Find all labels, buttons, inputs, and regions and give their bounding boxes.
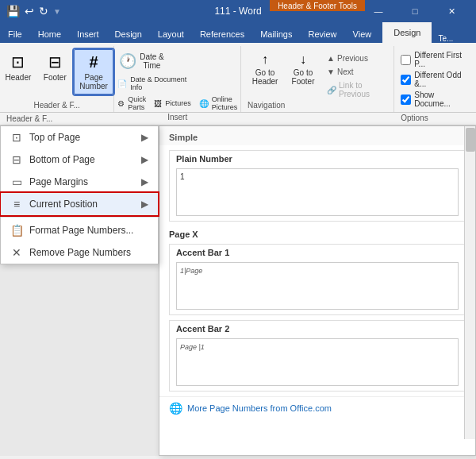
scrollbar-thumb[interactable]	[466, 128, 475, 152]
pictures-icon: 🖼	[154, 99, 162, 108]
online-pictures-button[interactable]: 🌐 OnlinePictures	[196, 94, 241, 113]
tab-file[interactable]: File	[0, 25, 30, 43]
diff-odd-row: Different Odd &...	[401, 71, 470, 88]
group-navigation: ↑ Go toHeader ↓ Go toFooter ▲ Previous ▼…	[241, 46, 394, 112]
plain-number-preview: 1	[176, 168, 459, 216]
next-icon: ▼	[327, 68, 335, 76]
diff-odd-checkbox[interactable]	[401, 75, 411, 85]
nav-top-row: ↑ Go toHeader ↓ Go toFooter ▲ Previous ▼…	[248, 49, 387, 100]
show-doc-label: Show Docume...	[414, 91, 470, 108]
group-header-footer: ⊡ Header ⊟ Footer # PageNumber Header & …	[0, 46, 114, 112]
tab-hf-design[interactable]: Design	[382, 22, 432, 43]
page-number-button[interactable]: # PageNumber	[74, 49, 113, 94]
undo-icon[interactable]: ↩	[25, 5, 34, 17]
diff-first-page-checkbox[interactable]	[401, 55, 411, 65]
nav-side-buttons: ▲ Previous ▼ Next 🔗 Link to Previous	[324, 49, 387, 100]
window-controls: — □ ✕	[360, 0, 470, 22]
header-button[interactable]: ⊡ Header	[0, 49, 36, 85]
current-pos-icon: ≡	[10, 198, 23, 210]
footer-button[interactable]: ⊟ Footer	[37, 49, 72, 85]
hf-tools-label: Header & Footer Tools	[270, 0, 365, 11]
gallery-scrollbar[interactable]	[464, 126, 475, 439]
more-page-numbers-link[interactable]: 🌐 More Page Numbers from Office.com	[159, 396, 475, 419]
menu-top-of-page[interactable]: ⊡ Top of Page ▶	[1, 126, 158, 148]
page-number-icon: #	[90, 53, 98, 71]
quick-parts-button[interactable]: ⚙ QuickParts	[114, 94, 149, 113]
title-bar-left: 💾 ↩ ↻ ▼	[6, 5, 61, 17]
plain-number-title: Plain Number	[170, 151, 465, 167]
link-to-previous-button[interactable]: 🔗 Link to Previous	[324, 79, 387, 100]
online-pictures-icon: 🌐	[199, 99, 209, 108]
goto-header-icon: ↑	[262, 52, 268, 67]
gallery-item-accent-bar-1[interactable]: Accent Bar 1 1|Page	[169, 244, 466, 315]
group-options: Different First P... Different Odd &... …	[394, 46, 476, 112]
tab-home[interactable]: Home	[30, 25, 69, 43]
maximize-button[interactable]: □	[397, 0, 433, 22]
close-button[interactable]: ✕	[433, 0, 470, 22]
gallery-panel: Simple Plain Number 1 Page X Accent Bar …	[159, 125, 476, 456]
accent-bar-2-preview: Page |1	[176, 338, 459, 386]
accent-bar-2-title: Accent Bar 2	[170, 321, 465, 337]
minimize-button[interactable]: —	[360, 0, 397, 22]
show-doc-checkbox[interactable]	[401, 94, 411, 105]
quick-parts-icon: ⚙	[117, 99, 125, 108]
quick-access-separator: ▼	[53, 7, 61, 16]
page-x-label: Page X	[159, 226, 475, 239]
tab-view[interactable]: View	[345, 25, 380, 43]
redo-icon[interactable]: ↻	[39, 5, 48, 17]
footer-icon: ⊟	[48, 52, 62, 71]
diff-odd-label: Different Odd &...	[414, 71, 470, 88]
insert-row2: 📄 Date & DocumentInfo	[114, 74, 190, 93]
doc-info-icon: 📄	[117, 79, 127, 88]
hf-label-text: Header & F...	[6, 114, 52, 123]
tab-references[interactable]: References	[192, 25, 252, 43]
gallery-item-accent-bar-2[interactable]: Accent Bar 2 Page |1	[169, 320, 466, 392]
gallery-section-title: Simple	[159, 126, 475, 145]
previous-button[interactable]: ▲ Previous	[324, 52, 387, 64]
diff-first-page-label: Different First P...	[414, 51, 470, 68]
format-icon: 📋	[10, 224, 23, 237]
pictures-button[interactable]: 🖼 Pictures	[151, 94, 194, 113]
tab-tell-me[interactable]: Te...	[432, 34, 459, 43]
doc-info-button[interactable]: 📄 Date & DocumentInfo	[114, 74, 190, 93]
previous-icon: ▲	[327, 54, 335, 63]
tab-review[interactable]: Review	[301, 25, 345, 43]
accent-bar-1-title: Accent Bar 1	[170, 245, 465, 260]
bottom-page-icon: ⊟	[10, 153, 23, 166]
menu-bottom-of-page[interactable]: ⊟ Bottom of Page ▶	[1, 148, 158, 171]
bottom-page-arrow: ▶	[141, 154, 148, 165]
menu-format-page-numbers[interactable]: 📋 Format Page Numbers...	[1, 219, 158, 241]
tab-insert[interactable]: Insert	[69, 25, 107, 43]
menu-current-position[interactable]: ≡ Current Position ▶	[1, 193, 158, 215]
margins-arrow: ▶	[141, 176, 148, 187]
window-title: 111 - Word	[214, 6, 261, 17]
diff-first-page-row: Different First P...	[401, 51, 470, 68]
main-area: ⊡ Top of Page ▶ ⊟ Bottom of Page ▶ ▭ Pag…	[0, 125, 476, 456]
group-nav-label: Navigation	[248, 101, 387, 110]
tab-layout[interactable]: Layout	[150, 25, 192, 43]
current-pos-arrow: ▶	[141, 199, 148, 210]
goto-footer-icon: ↓	[300, 52, 306, 67]
accent-bar-1-preview: 1|Page	[176, 262, 459, 310]
title-bar: 💾 ↩ ↻ ▼ 111 - Word Header & Footer Tools…	[0, 0, 476, 22]
date-time-button[interactable]: 🕐 Date &Time	[114, 49, 178, 73]
group-hf-label: Header & F...	[33, 101, 79, 110]
office-icon: 🌐	[169, 402, 182, 415]
go-to-footer-button[interactable]: ↓ Go toFooter	[286, 49, 321, 100]
menu-separator	[1, 217, 158, 218]
remove-icon: ✕	[10, 246, 23, 259]
group-options-label: Options	[401, 114, 470, 122]
gallery-item-plain-number[interactable]: Plain Number 1	[169, 150, 466, 222]
show-doc-row: Show Docume...	[401, 91, 470, 108]
tab-design[interactable]: Design	[107, 25, 150, 43]
menu-remove-page-numbers[interactable]: ✕ Remove Page Numbers	[1, 241, 158, 264]
menu-page-margins[interactable]: ▭ Page Margins ▶	[1, 171, 158, 193]
next-button[interactable]: ▼ Next	[324, 66, 387, 78]
link-icon: 🔗	[327, 86, 336, 94]
tab-mailings[interactable]: Mailings	[252, 25, 300, 43]
group-insert-label: Insert	[167, 113, 187, 122]
go-to-header-button[interactable]: ↑ Go toHeader	[248, 49, 282, 100]
ribbon-content: ⊡ Header ⊟ Footer # PageNumber Header & …	[0, 43, 476, 113]
save-icon[interactable]: 💾	[6, 5, 20, 17]
top-page-arrow: ▶	[141, 132, 148, 143]
